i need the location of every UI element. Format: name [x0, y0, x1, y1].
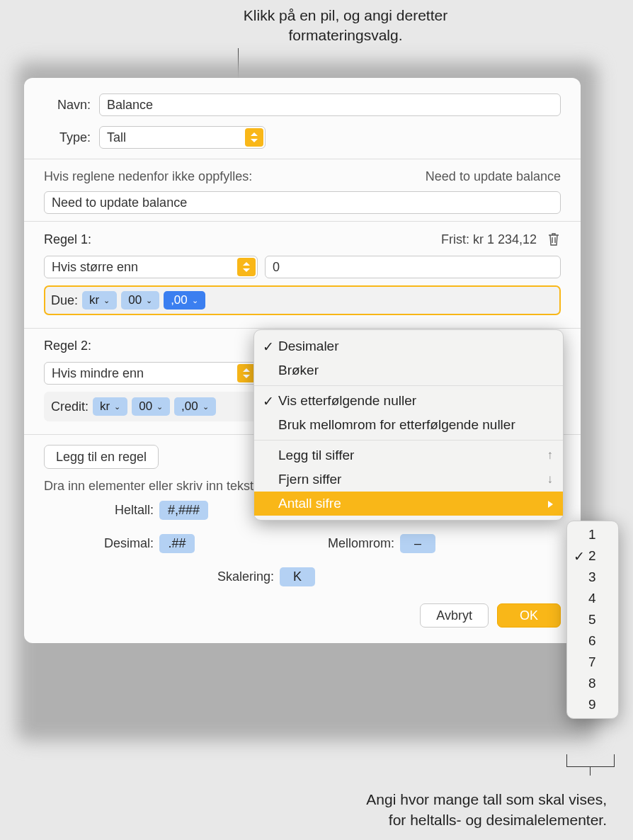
skalering-chip[interactable]: K — [280, 567, 315, 586]
submenu-item-3[interactable]: 3 — [567, 567, 618, 588]
chevron-down-icon: ⌄ — [156, 402, 163, 412]
skalering-label: Skalering: — [196, 569, 274, 584]
name-input[interactable]: Balance — [99, 93, 561, 116]
add-rule-button[interactable]: Legg til en regel — [44, 445, 159, 469]
rule1-dec-value: ,00 — [171, 293, 188, 307]
menu-item-space-trailing[interactable]: Bruk mellomrom for etterfølgende nuller — [254, 413, 563, 437]
submenu-item-7[interactable]: 7 — [567, 652, 618, 673]
mellomrom-label: Mellomrom: — [316, 536, 394, 551]
menu-item-label: Antall sifre — [278, 496, 341, 511]
unmet-input[interactable]: Need to update balance — [44, 191, 561, 214]
rule2-dec-token[interactable]: ,00⌄ — [174, 397, 216, 416]
desimal-chip[interactable]: .## — [159, 534, 195, 553]
rule2-int-token[interactable]: 00⌄ — [132, 397, 170, 416]
rule2-condition-value: Hvis mindre enn — [52, 366, 144, 381]
stepper-icon — [237, 258, 256, 276]
divider — [24, 159, 581, 159]
check-icon: ✓ — [263, 339, 274, 355]
shortcut-key: ↑ — [547, 448, 554, 462]
type-label: Type: — [44, 130, 99, 145]
submenu-item-9[interactable]: 9 — [567, 694, 618, 715]
shortcut-key: ↓ — [547, 472, 554, 487]
menu-item-label: Brøker — [278, 363, 319, 378]
submenu-item-label: 9 — [588, 697, 596, 713]
menu-item-label: Fjern siffer — [278, 472, 341, 487]
submenu-item-4[interactable]: 4 — [567, 588, 618, 609]
submenu-item-6[interactable]: 6 — [567, 630, 618, 652]
unmet-preview: Need to update balance — [426, 169, 561, 184]
rule2-title: Regel 2: — [44, 339, 91, 353]
menu-item-label: Bruk mellomrom for etterfølgende nuller — [278, 417, 515, 433]
name-label: Navn: — [44, 98, 99, 113]
chevron-down-icon: ⌄ — [114, 402, 120, 412]
digit-count-submenu: 1✓23456789 — [566, 521, 619, 719]
type-select[interactable]: Tall — [99, 126, 266, 149]
rule2-currency-token[interactable]: kr⌄ — [93, 397, 127, 416]
heltall-label: Heltall: — [76, 503, 154, 518]
bracket — [566, 754, 615, 767]
menu-separator — [254, 385, 563, 386]
menu-item-remove-digit[interactable]: Fjern siffer↓ — [254, 467, 563, 492]
trash-icon[interactable] — [547, 232, 561, 247]
rule2-int-value: 00 — [139, 399, 152, 414]
annotation-top: Klikk på en pil, og angi deretter format… — [239, 6, 452, 46]
rule2-condition-select[interactable]: Hvis mindre enn — [44, 362, 258, 385]
annotation-bottom: Angi hvor mange tall som skal vises, for… — [359, 790, 607, 830]
submenu-item-label: 1 — [588, 527, 596, 543]
submenu-item-5[interactable]: 5 — [567, 609, 618, 630]
unmet-input-value: Need to update balance — [52, 195, 187, 210]
submenu-item-label: 4 — [588, 591, 596, 606]
submenu-item-label: 3 — [588, 569, 596, 585]
rule1-int-token[interactable]: 00⌄ — [121, 291, 159, 310]
rule1-value-text: 0 — [273, 260, 280, 275]
cancel-button[interactable]: Avbryt — [420, 603, 489, 628]
chevron-right-icon — [548, 496, 553, 511]
submenu-item-8[interactable]: 8 — [567, 673, 618, 694]
menu-item-add-digit[interactable]: Legg til siffer↑ — [254, 443, 563, 467]
check-icon: ✓ — [263, 393, 274, 409]
check-icon: ✓ — [574, 548, 585, 564]
decimal-options-popup: ✓Desimaler Brøker ✓Vis etterfølgende nul… — [253, 329, 564, 521]
submenu-item-label: 7 — [588, 654, 596, 670]
chevron-down-icon: ⌄ — [103, 296, 110, 305]
divider — [24, 221, 581, 222]
rule2-dec-value: ,00 — [181, 399, 198, 414]
mellomrom-chip[interactable]: – — [400, 534, 435, 553]
rule1-currency-value: kr — [89, 293, 99, 307]
rule1-condition-select[interactable]: Hvis større enn — [44, 256, 258, 278]
desimal-label: Desimal: — [76, 536, 154, 551]
rule1-dec-token[interactable]: ,00⌄ — [164, 291, 205, 310]
menu-item-broker[interactable]: Brøker — [254, 358, 563, 382]
submenu-item-label: 8 — [588, 676, 596, 691]
rule1-int-value: 00 — [128, 293, 142, 307]
submenu-item-label: 6 — [588, 633, 596, 649]
type-select-value: Tall — [107, 130, 126, 145]
menu-item-digit-count[interactable]: Antall sifre — [254, 492, 563, 516]
menu-item-label: Desimaler — [278, 339, 339, 354]
rule1-title: Regel 1: — [44, 232, 91, 247]
rule1-prefix: Due: — [51, 293, 78, 308]
divider — [24, 328, 581, 329]
rule1-condition-value: Hvis større enn — [52, 260, 138, 275]
chevron-down-icon: ⌄ — [192, 296, 198, 305]
menu-item-desimaler[interactable]: ✓Desimaler — [254, 334, 563, 358]
bracket-stem — [590, 767, 591, 776]
submenu-item-label: 5 — [588, 612, 596, 628]
ok-button[interactable]: OK — [497, 603, 561, 628]
menu-item-label: Vis etterfølgende nuller — [278, 393, 416, 409]
rule2-prefix: Credit: — [51, 399, 89, 414]
submenu-item-2[interactable]: ✓2 — [567, 545, 618, 567]
submenu-item-1[interactable]: 1 — [567, 524, 618, 545]
menu-item-label: Legg til siffer — [278, 448, 354, 463]
rule1-currency-token[interactable]: kr⌄ — [82, 291, 117, 310]
menu-item-trailing-zeros[interactable]: ✓Vis etterfølgende nuller — [254, 389, 563, 413]
rule1-preview: Frist: kr 1 234,12 — [441, 232, 537, 247]
unmet-label: Hvis reglene nedenfor ikke oppfylles: — [44, 169, 252, 184]
name-input-value: Balance — [107, 98, 153, 113]
heltall-chip[interactable]: #,### — [159, 501, 208, 520]
stepper-icon — [245, 128, 263, 147]
submenu-item-label: 2 — [588, 548, 596, 564]
chevron-down-icon: ⌄ — [203, 402, 209, 412]
rule1-format-bar[interactable]: Due: kr⌄ 00⌄ ,00⌄ — [44, 285, 561, 315]
rule1-value-input[interactable]: 0 — [265, 256, 561, 278]
